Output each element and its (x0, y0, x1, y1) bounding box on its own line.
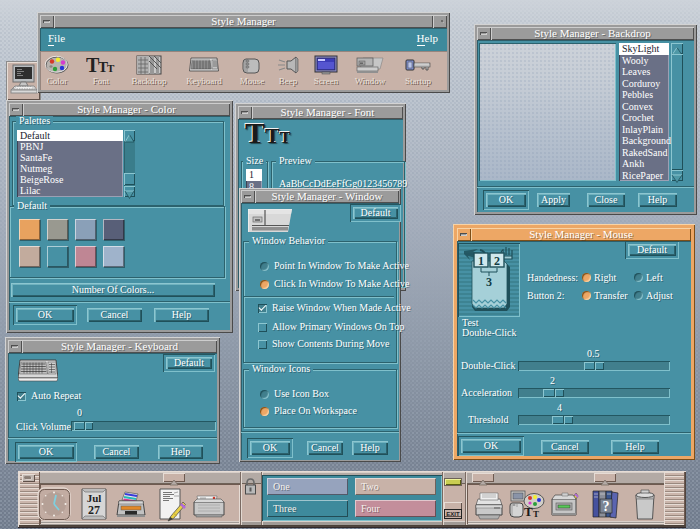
svg-text:3: 3 (486, 275, 492, 289)
svg-text:T: T (107, 62, 115, 74)
svg-text:1: 1 (478, 254, 484, 268)
svg-text:2: 2 (494, 254, 500, 268)
svg-text:?: ? (603, 499, 610, 514)
svg-text:27: 27 (88, 503, 100, 517)
svg-text:T: T (533, 509, 539, 519)
svg-text:T: T (524, 504, 533, 519)
